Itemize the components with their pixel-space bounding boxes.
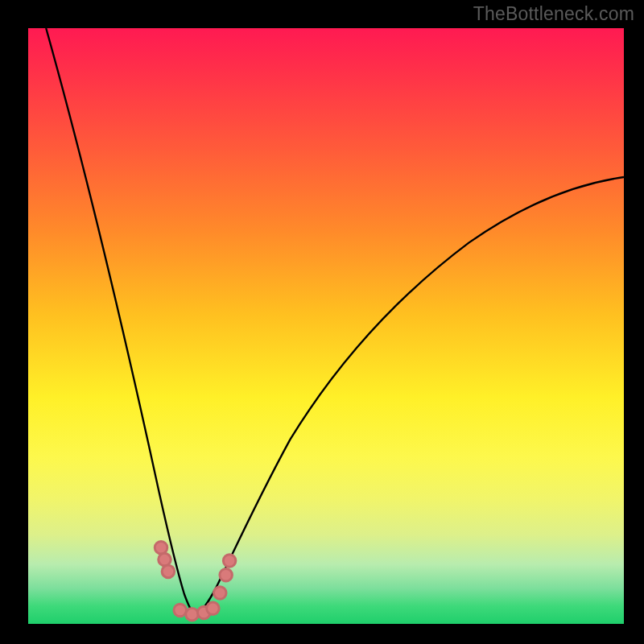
trough-dots bbox=[155, 542, 236, 621]
svg-point-7 bbox=[214, 587, 227, 600]
bottleneck-curve bbox=[28, 28, 624, 624]
svg-point-4 bbox=[186, 608, 199, 621]
svg-point-8 bbox=[220, 569, 233, 582]
svg-point-9 bbox=[223, 555, 236, 568]
curve-left-branch bbox=[46, 28, 195, 615]
plot-area bbox=[28, 28, 624, 624]
chart-root: TheBottleneck.com bbox=[0, 0, 644, 644]
svg-point-2 bbox=[162, 565, 175, 578]
svg-point-3 bbox=[174, 604, 187, 617]
svg-point-0 bbox=[155, 542, 167, 555]
svg-point-1 bbox=[159, 553, 171, 566]
svg-point-6 bbox=[207, 602, 220, 615]
watermark-text: TheBottleneck.com bbox=[473, 3, 634, 25]
curve-right-branch bbox=[195, 177, 624, 615]
